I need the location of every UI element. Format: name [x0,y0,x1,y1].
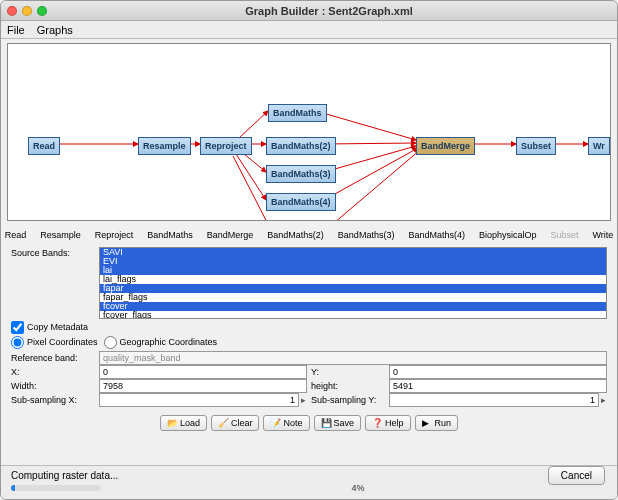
svg-line-6 [233,156,270,220]
note-button[interactable]: 📝Note [263,415,309,431]
folder-icon: 📂 [167,418,177,428]
help-button[interactable]: ❓Help [365,415,411,431]
tab-write[interactable]: Write [586,227,618,243]
form-panel: Source Bands: SAVIEVIlailai_flagsfaparfa… [1,245,617,409]
tab-bandmaths[interactable]: BandMaths [141,227,199,243]
tabs-bar: Read Resample Reproject BandMaths BandMe… [1,225,617,245]
band-item[interactable]: lai_flags [100,275,606,284]
node-bandmaths4[interactable]: BandMaths(4) [266,193,336,211]
band-item[interactable]: lai [100,266,606,275]
node-bandmaths3[interactable]: BandMaths(3) [266,165,336,183]
close-icon[interactable] [7,6,17,16]
play-icon: ▶ [422,418,432,428]
ssx-label: Sub-sampling X: [11,395,99,405]
ssx-stepper[interactable]: ▸ [299,395,307,405]
svg-line-10 [324,148,418,200]
node-read[interactable]: Read [28,137,60,155]
tab-subset[interactable]: Subset [544,227,584,243]
band-item[interactable]: fapar [100,284,606,293]
title-bar: Graph Builder : Sent2Graph.xml [1,1,617,21]
tab-resample[interactable]: Resample [34,227,87,243]
status-text: Computing raster data... [11,470,607,481]
ssx-input[interactable]: 1 [99,393,299,407]
menu-file[interactable]: File [7,24,25,36]
minimize-icon[interactable] [22,6,32,16]
tab-reproject[interactable]: Reproject [89,227,140,243]
node-write[interactable]: Wr [588,137,610,155]
run-button[interactable]: ▶Run [415,415,459,431]
svg-line-5 [236,154,266,200]
tab-bandmerge[interactable]: BandMerge [201,227,260,243]
svg-line-8 [324,143,416,144]
cancel-button[interactable]: Cancel [548,466,605,485]
save-button[interactable]: 💾Save [314,415,362,431]
x-input[interactable]: 0 [99,365,307,379]
band-item[interactable]: fapar_flags [100,293,606,302]
height-input[interactable]: 5491 [389,379,607,393]
node-bandmerge[interactable]: BandMerge [416,137,475,155]
svg-line-2 [238,111,268,139]
node-reproject[interactable]: Reproject [200,137,252,155]
source-bands-list[interactable]: SAVIEVIlailai_flagsfaparfapar_flagsfcove… [99,247,607,319]
node-resample[interactable]: Resample [138,137,191,155]
y-label: Y: [311,367,389,377]
toolbar: 📂Load 🧹Clear 📝Note 💾Save ❓Help ▶Run [1,409,617,437]
note-icon: 📝 [270,418,280,428]
node-bandmaths2[interactable]: BandMaths(2) [266,137,336,155]
source-bands-label: Source Bands: [11,247,99,258]
node-bandmaths[interactable]: BandMaths [268,104,327,122]
progress-bar [11,485,101,491]
help-icon: ❓ [372,418,382,428]
load-button[interactable]: 📂Load [160,415,207,431]
geo-coords-radio[interactable]: Geographic Coordinates [104,336,218,349]
refband-select[interactable]: quality_mask_band [99,351,607,365]
progress-percent: 4% [109,483,607,493]
y-input[interactable]: 0 [389,365,607,379]
height-label: height: [311,381,389,391]
window-controls [7,6,47,16]
band-item[interactable]: fcover_flags [100,311,606,319]
maximize-icon[interactable] [37,6,47,16]
graph-canvas[interactable]: Read Resample Reproject BandMaths BandMa… [7,43,611,221]
ssy-stepper[interactable]: ▸ [599,395,607,405]
x-label: X: [11,367,99,377]
ssy-label: Sub-sampling Y: [311,395,389,405]
menu-bar: File Graphs [1,21,617,39]
band-item[interactable]: EVI [100,257,606,266]
svg-line-7 [316,111,416,140]
disk-icon: 💾 [321,418,331,428]
width-input[interactable]: 7958 [99,379,307,393]
window-title: Graph Builder : Sent2Graph.xml [47,5,611,17]
svg-line-9 [324,146,416,172]
copy-metadata-checkbox[interactable]: Copy Metadata [11,321,88,334]
clear-button[interactable]: 🧹Clear [211,415,260,431]
tab-bandmaths3[interactable]: BandMaths(3) [332,227,401,243]
node-subset[interactable]: Subset [516,137,556,155]
menu-graphs[interactable]: Graphs [37,24,73,36]
ssy-input[interactable]: 1 [389,393,599,407]
tab-bandmaths2[interactable]: BandMaths(2) [261,227,330,243]
tab-biophysical[interactable]: BiophysicalOp [473,227,543,243]
pixel-coords-radio[interactable]: Pixel Coordinates [11,336,98,349]
tab-bandmaths4[interactable]: BandMaths(4) [402,227,471,243]
footer: Computing raster data... 4% Cancel [1,465,617,499]
svg-line-11 [328,150,420,220]
broom-icon: 🧹 [218,418,228,428]
width-label: Width: [11,381,99,391]
tab-read[interactable]: Read [0,227,32,243]
refband-label: Reference band: [11,353,99,363]
band-item[interactable]: fcover [100,302,606,311]
band-item[interactable]: SAVI [100,248,606,257]
